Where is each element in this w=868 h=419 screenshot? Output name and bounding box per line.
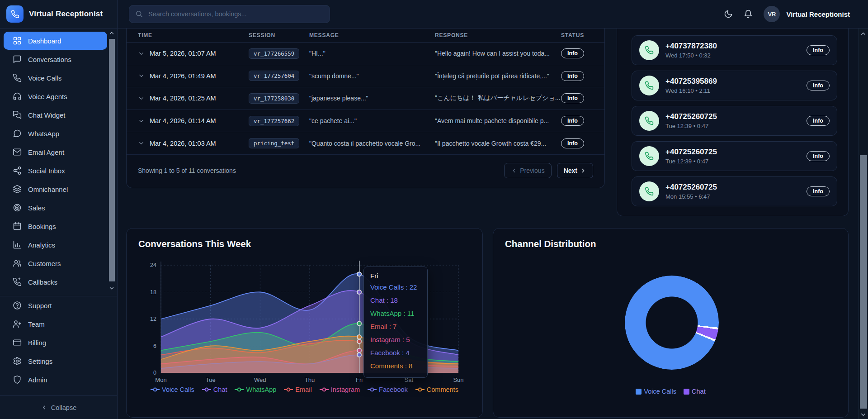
call-number: +40725395869 bbox=[665, 77, 717, 86]
bar-chart-icon bbox=[13, 240, 22, 249]
donut-legend-item-chat[interactable]: Chat bbox=[684, 388, 706, 395]
call-info-button[interactable]: Info bbox=[807, 116, 830, 126]
search-icon bbox=[135, 10, 143, 18]
row-session: pricing_test bbox=[249, 138, 309, 148]
tooltip-series-value: Voice Calls : 22 bbox=[370, 281, 421, 294]
row-info-button[interactable]: Info bbox=[561, 116, 584, 126]
share-icon bbox=[13, 166, 22, 175]
legend-item-voice-calls[interactable]: Voice Calls bbox=[151, 386, 194, 393]
table-row[interactable]: Mar 4, 2026, 01:14 AM vr_177257662 "ce p… bbox=[127, 110, 604, 133]
notifications-bell-icon[interactable] bbox=[744, 10, 753, 19]
call-meta: Wed 17:50 • 0:32 bbox=[665, 52, 717, 59]
table-row[interactable]: Mar 4, 2026, 01:25 AM vr_177258030 "japa… bbox=[127, 87, 604, 110]
sidebar-item-callbacks[interactable]: Callbacks bbox=[4, 273, 107, 291]
legend-item-whatsapp[interactable]: WhatsApp bbox=[235, 386, 276, 393]
x-axis-label: Mon bbox=[155, 376, 166, 383]
call-card[interactable]: +40725260725 Tue 12:39 • 0:47 Info bbox=[632, 141, 837, 171]
sidebar-item-support[interactable]: Support bbox=[4, 296, 107, 314]
call-card[interactable]: +40725395869 Wed 16:10 • 2:11 Info bbox=[632, 71, 837, 100]
sidebar-item-label: Dashboard bbox=[28, 37, 61, 45]
table-row[interactable]: Mar 4, 2026, 01:03 AM pricing_test "Quan… bbox=[127, 132, 604, 155]
sidebar-item-whatsapp[interactable]: WhatsApp bbox=[4, 124, 107, 143]
row-expand-chevron-down-icon[interactable] bbox=[138, 72, 150, 79]
svg-text:12: 12 bbox=[150, 316, 156, 322]
sidebar-item-admin[interactable]: Admin bbox=[4, 371, 107, 389]
row-expand-chevron-down-icon[interactable] bbox=[138, 140, 150, 147]
sidebar-item-team[interactable]: Team bbox=[4, 315, 107, 333]
phone-call-icon bbox=[639, 146, 659, 166]
scroll-down-icon[interactable] bbox=[860, 411, 867, 418]
legend-item-facebook[interactable]: Facebook bbox=[368, 386, 408, 393]
legend-swatch-icon bbox=[636, 389, 642, 395]
sidebar-scrollbar[interactable] bbox=[108, 30, 116, 291]
pagination-controls: Previous Next bbox=[504, 163, 593, 178]
previous-page-button[interactable]: Previous bbox=[504, 163, 551, 178]
session-badge: pricing_test bbox=[249, 138, 299, 148]
row-expand-chevron-down-icon[interactable] bbox=[138, 50, 150, 57]
row-message: "scump domne..." bbox=[309, 72, 435, 80]
row-info-button[interactable]: Info bbox=[561, 93, 584, 103]
next-page-button[interactable]: Next bbox=[557, 163, 593, 178]
scroll-up-icon[interactable] bbox=[860, 30, 867, 37]
calendar-icon bbox=[13, 222, 22, 231]
sidebar-item-voice-calls[interactable]: Voice Calls bbox=[4, 69, 107, 87]
call-card[interactable]: +40737872380 Wed 17:50 • 0:32 Info bbox=[632, 35, 837, 65]
legend-item-comments[interactable]: Comments bbox=[415, 386, 458, 393]
tooltip-series-value: Comments : 8 bbox=[370, 359, 421, 372]
call-info-button[interactable]: Info bbox=[807, 186, 830, 196]
sidebar-item-billing[interactable]: Billing bbox=[4, 333, 107, 352]
column-header-status: STATUS bbox=[561, 32, 593, 38]
sidebar-scroll-thumb[interactable] bbox=[109, 39, 115, 281]
legend-swatch-icon bbox=[684, 389, 689, 395]
sidebar-item-email-agent[interactable]: Email Agent bbox=[4, 143, 107, 161]
table-row[interactable]: Mar 4, 2026, 01:49 AM vr_177257604 "scum… bbox=[127, 65, 604, 88]
tooltip-series-value: Chat : 18 bbox=[370, 294, 421, 307]
row-expand-chevron-down-icon[interactable] bbox=[138, 95, 150, 102]
sidebar-nav-primary: Dashboard Conversations Voice Calls Voic… bbox=[0, 32, 107, 291]
call-number: +40725260725 bbox=[665, 112, 717, 121]
app-title: Virtual Receptionist bbox=[29, 10, 103, 19]
row-info-button[interactable]: Info bbox=[561, 71, 584, 81]
theme-toggle-moon-icon[interactable] bbox=[724, 10, 733, 19]
sidebar-item-omnichannel[interactable]: Omnichannel bbox=[4, 180, 107, 198]
sidebar-item-voice-agents[interactable]: Voice Agents bbox=[4, 87, 107, 105]
row-expand-chevron-down-icon[interactable] bbox=[138, 118, 150, 124]
row-info-button[interactable]: Info bbox=[561, 48, 584, 58]
search-input[interactable] bbox=[129, 5, 330, 23]
sidebar-item-sales[interactable]: Sales bbox=[4, 199, 107, 217]
call-info-button[interactable]: Info bbox=[807, 151, 830, 161]
call-card[interactable]: +40725260725 Tue 12:39 • 0:47 Info bbox=[632, 106, 837, 136]
phone-icon bbox=[13, 73, 22, 82]
call-info-button[interactable]: Info bbox=[807, 45, 830, 55]
chevron-right-icon bbox=[580, 167, 586, 174]
sidebar-item-label: Billing bbox=[28, 339, 46, 347]
legend-item-chat[interactable]: Chat bbox=[202, 386, 227, 393]
legend-item-instagram[interactable]: Instagram bbox=[320, 386, 360, 393]
sidebar-item-analytics[interactable]: Analytics bbox=[4, 236, 107, 254]
sidebar-item-chat-widget[interactable]: Chat Widget bbox=[4, 106, 107, 124]
table-row[interactable]: Mar 5, 2026, 01:07 AM vr_177266559 "HI..… bbox=[127, 43, 604, 65]
call-number: +40737872380 bbox=[665, 42, 717, 51]
sidebar-item-bookings[interactable]: Bookings bbox=[4, 217, 107, 235]
sidebar-item-customers[interactable]: Customers bbox=[4, 254, 107, 272]
avatar[interactable]: VR bbox=[764, 6, 780, 22]
sidebar-collapse-button[interactable]: Collapse bbox=[0, 395, 117, 419]
donut-chart[interactable] bbox=[625, 276, 719, 370]
scroll-down-icon[interactable] bbox=[108, 285, 115, 291]
sidebar-item-settings[interactable]: Settings bbox=[4, 352, 107, 370]
chevron-left-icon bbox=[511, 167, 517, 174]
scroll-up-icon[interactable] bbox=[108, 30, 115, 36]
row-info-button[interactable]: Info bbox=[561, 138, 584, 148]
sidebar-item-conversations[interactable]: Conversations bbox=[4, 50, 107, 68]
topbar: VR Virtual Receptionist bbox=[118, 0, 868, 29]
donut-legend-item-voice-calls[interactable]: Voice Calls bbox=[636, 388, 676, 395]
phone-call-icon bbox=[639, 181, 659, 201]
sidebar-item-dashboard[interactable]: Dashboard bbox=[4, 32, 107, 50]
call-card[interactable]: +40725260725 Mon 15:55 • 6:47 Info bbox=[632, 176, 837, 206]
sidebar-item-social-inbox[interactable]: Social Inbox bbox=[4, 162, 107, 180]
legend-item-email[interactable]: Email bbox=[284, 386, 311, 393]
page-scrollbar[interactable] bbox=[859, 29, 868, 419]
call-info-button[interactable]: Info bbox=[807, 81, 830, 90]
page-scroll-thumb[interactable] bbox=[860, 155, 867, 409]
area-chart[interactable]: 06121824MonTueWedThuFriSatSun bbox=[127, 254, 483, 385]
